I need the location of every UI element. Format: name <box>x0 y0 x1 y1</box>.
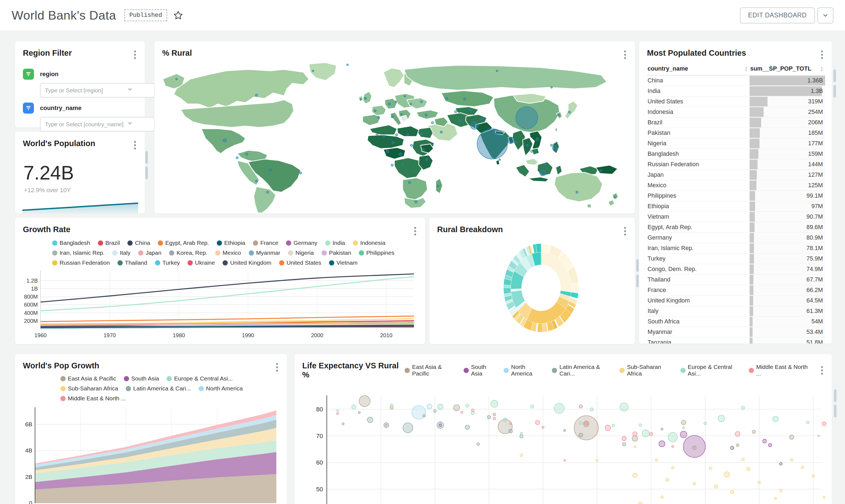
legend-item[interactable]: France <box>253 239 278 246</box>
dashboard-menu-button[interactable] <box>817 7 833 23</box>
legend-item[interactable]: Latin America & Cari... <box>552 364 612 377</box>
filter-fields: regioncountry_name <box>15 61 145 131</box>
card-title: Rural Breakdown <box>437 225 503 234</box>
legend-item[interactable]: Turkey <box>155 259 180 266</box>
legend-item[interactable]: Nigeria <box>288 250 314 256</box>
legend-item[interactable]: Bangladesh <box>52 239 90 246</box>
legend-color-dot <box>158 240 163 246</box>
resize-handle[interactable] <box>145 166 148 179</box>
region-select-input[interactable] <box>40 83 155 97</box>
legend-item[interactable]: Germany <box>286 239 317 246</box>
kebab-menu-icon[interactable] <box>819 49 825 61</box>
svg-text:70: 70 <box>316 433 323 439</box>
legend-item[interactable]: Vietnam <box>329 259 358 266</box>
population-sparkline <box>21 198 140 213</box>
legend-item[interactable]: East Asia & Pacific <box>404 364 456 377</box>
legend-item[interactable]: Italy <box>112 250 130 256</box>
legend-item[interactable]: Brazil <box>98 239 120 246</box>
star-icon[interactable] <box>173 10 184 21</box>
legend-label: Korea, Rep. <box>177 250 208 256</box>
rural-breakdown-sunburst[interactable] <box>502 242 580 333</box>
population-table: country_name▲▼sum__SP_POP_TOTL▲▼ China1.… <box>647 62 825 344</box>
legend-color-dot <box>155 260 160 266</box>
column-header-sum__SP_POP_TOTL[interactable]: sum__SP_POP_TOTL▲▼ <box>750 62 825 75</box>
legend-item[interactable]: Korea, Rep. <box>169 250 208 256</box>
resize-handle[interactable] <box>834 389 837 402</box>
legend-item[interactable]: North America <box>504 364 544 377</box>
resize-handle[interactable] <box>833 70 836 82</box>
legend-item[interactable]: Middle East & North ... <box>60 395 126 402</box>
legend-item[interactable]: United Kingdom <box>222 259 271 266</box>
legend-item[interactable]: South Asia <box>124 375 159 382</box>
legend-item[interactable]: Myanmar <box>249 250 281 256</box>
kebab-menu-icon[interactable] <box>819 364 825 377</box>
table-row: France66.2M <box>647 285 825 295</box>
kebab-menu-icon[interactable] <box>132 139 138 151</box>
legend-label: Germany <box>293 239 317 246</box>
resize-handle[interactable] <box>636 259 639 272</box>
legend-item[interactable]: East Asia & Pacific <box>60 375 116 382</box>
legend-color-dot <box>322 250 327 256</box>
resize-handle[interactable] <box>833 85 836 97</box>
legend-item[interactable]: Middle East & North ... <box>749 364 809 377</box>
legend-item[interactable]: Russian Federation <box>52 259 110 266</box>
legend-color-dot <box>60 376 66 381</box>
legend-item[interactable]: Pakistan <box>322 250 352 256</box>
legend-item[interactable]: Egypt, Arab Rep. <box>158 239 209 246</box>
legend-item[interactable]: Latin America & Cari... <box>126 385 191 392</box>
edit-dashboard-button[interactable]: EDIT DASHBOARD <box>740 7 815 23</box>
filter-funnel-icon <box>23 103 34 113</box>
legend-item[interactable]: Sub-Saharan Africa <box>619 364 672 377</box>
world-choropleth-map[interactable] <box>155 62 635 213</box>
legend-item[interactable]: Indonesia <box>353 239 385 246</box>
legend-item[interactable]: Thailand <box>118 259 147 266</box>
life-expectancy-card: Life Expectancy VS Rural % East Asia & P… <box>294 354 832 504</box>
kebab-menu-icon[interactable] <box>623 225 628 237</box>
published-badge[interactable]: Published <box>124 10 167 21</box>
legend-item[interactable]: Europe & Central Asi... <box>680 364 741 377</box>
table-row: Tanzania51.8M <box>647 338 825 344</box>
rural-map-card: % Rural <box>155 41 635 213</box>
legend-item[interactable]: Ethiopia <box>217 239 245 246</box>
legend-item[interactable]: China <box>127 239 150 246</box>
card-title: World's Pop Growth <box>23 361 99 370</box>
table-row: Japan127M <box>647 170 825 180</box>
card-title: Growth Rate <box>23 225 70 234</box>
legend-label: Italy <box>120 250 130 256</box>
legend-color-dot <box>118 260 123 266</box>
legend-label: Ethiopia <box>224 239 245 246</box>
legend-label: China <box>135 239 150 246</box>
legend-item[interactable]: Sub-Saharan Africa <box>60 385 118 392</box>
legend-item[interactable]: Japan <box>138 250 161 256</box>
legend-color-dot <box>249 250 254 256</box>
legend-item[interactable]: Iran, Islamic Rep. <box>52 250 105 256</box>
legend-color-dot <box>169 250 174 256</box>
kebab-menu-icon[interactable] <box>132 49 138 61</box>
legend-item[interactable]: Mexico <box>215 250 241 256</box>
legend-item[interactable]: India <box>325 239 345 246</box>
legend-color-dot <box>464 368 469 373</box>
legend-item[interactable]: United States <box>279 259 321 266</box>
legend-color-dot <box>127 240 133 246</box>
column-header-country_name[interactable]: country_name▲▼ <box>647 62 750 75</box>
legend-item[interactable]: South Asia <box>464 364 496 377</box>
legend-label: North America <box>511 364 544 377</box>
legend-item[interactable]: Ukraine <box>187 259 215 266</box>
kebab-menu-icon[interactable] <box>623 49 628 61</box>
kebab-menu-icon[interactable] <box>413 225 418 237</box>
country_name-select-input[interactable] <box>40 117 155 131</box>
svg-text:50: 50 <box>316 486 323 493</box>
resize-handle[interactable] <box>636 275 639 287</box>
filter-field-label: region <box>40 71 58 78</box>
resize-handle[interactable] <box>145 151 148 164</box>
legend-label: Thailand <box>125 259 147 266</box>
legend-item[interactable]: North America <box>199 385 243 392</box>
legend-label: Sub-Saharan Africa <box>68 385 118 392</box>
legend-item[interactable]: Philippines <box>359 250 394 256</box>
kebab-menu-icon[interactable] <box>274 361 280 374</box>
resize-handle[interactable] <box>834 405 837 417</box>
legend-color-dot <box>749 368 754 373</box>
growth-rate-legend: BangladeshBrazilChinaEgypt, Arab Rep.Eth… <box>48 238 417 268</box>
legend-item[interactable]: Europe & Central Asi... <box>166 375 233 382</box>
svg-text:2010: 2010 <box>380 332 392 338</box>
